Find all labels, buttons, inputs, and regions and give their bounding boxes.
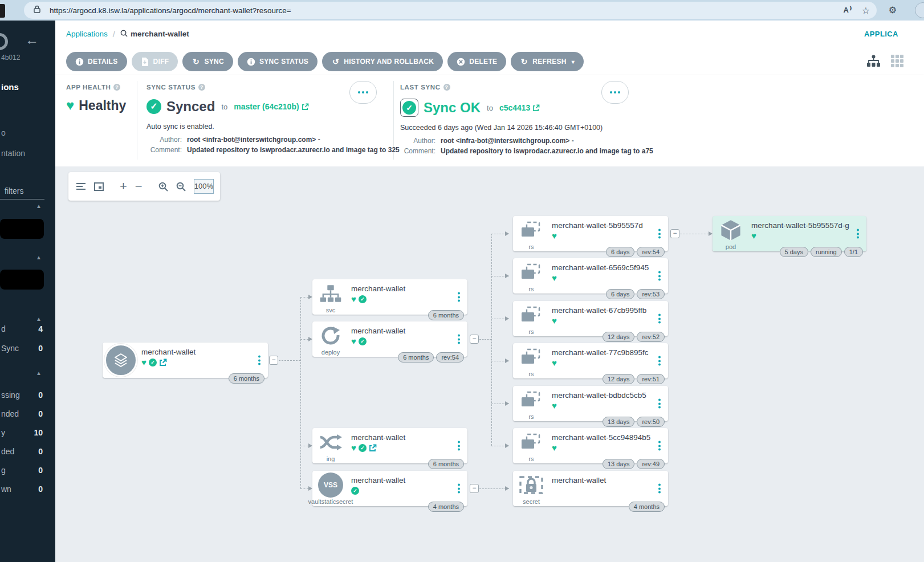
resource-name: merchant-wallet-67cb995ffb bbox=[552, 306, 651, 315]
help-icon[interactable]: ? bbox=[198, 84, 205, 91]
delete-button[interactable]: DELETE bbox=[447, 52, 506, 71]
resource-node-rs3[interactable]: rsmerchant-wallet-67cb995ffb♥12 daysrev:… bbox=[513, 301, 668, 336]
collapse-node-button[interactable]: − bbox=[670, 229, 679, 238]
filter-label: nded bbox=[1, 409, 19, 418]
sync-button[interactable]: ↻SYNC bbox=[182, 52, 233, 71]
zoom-in-plus-icon[interactable]: + bbox=[120, 179, 127, 194]
comment-value: Updated repository to iswprodacr.azurecr… bbox=[187, 146, 400, 154]
resource-node-rs4[interactable]: rsmerchant-wallet-77c9b895fc♥12 daysrev:… bbox=[513, 343, 668, 378]
details-button[interactable]: DETAILS bbox=[66, 52, 127, 71]
help-icon[interactable]: ? bbox=[443, 84, 450, 91]
author-value: root <infra-bot@interswitchgroup.com> - bbox=[441, 137, 653, 145]
sidebar-health-filter-row[interactable]: ssing0 bbox=[0, 390, 55, 402]
sidebar-item-documentation[interactable]: ntation bbox=[1, 149, 25, 158]
sync-ok-check-icon: ✓ bbox=[400, 99, 418, 117]
sidebar-health-filter-row[interactable]: g0 bbox=[0, 466, 55, 477]
sync-status-menu-button[interactable] bbox=[349, 81, 377, 104]
resource-name: merchant-wallet-5cc94894b5 bbox=[552, 433, 651, 442]
extensions-icon[interactable]: ⚙ bbox=[889, 5, 897, 15]
node-menu-button[interactable] bbox=[657, 355, 662, 367]
last-sync-menu-button[interactable] bbox=[601, 81, 629, 104]
rs-icon bbox=[516, 430, 546, 454]
diff-button[interactable]: DIFF bbox=[132, 52, 178, 71]
resource-node-pod[interactable]: podmerchant-wallet-5b95557d-g…♥5 daysrun… bbox=[713, 216, 866, 251]
collapse-filter-group-icon[interactable]: ▲ bbox=[36, 316, 42, 322]
sidebar-sync-filter-row[interactable]: d4 bbox=[0, 324, 55, 336]
magnifier-plus-icon[interactable] bbox=[158, 182, 168, 192]
node-menu-button[interactable] bbox=[457, 483, 461, 495]
resource-name: merchant-wallet bbox=[351, 433, 450, 442]
node-menu-button[interactable] bbox=[657, 440, 662, 452]
node-menu-button[interactable] bbox=[657, 398, 662, 410]
resource-node-rs1[interactable]: rsmerchant-wallet-5b95557d♥6 daysrev:54 bbox=[513, 216, 668, 251]
resource-node-ing[interactable]: ingmerchant-wallet♥✓6 months bbox=[312, 428, 467, 463]
node-menu-button[interactable] bbox=[457, 291, 461, 303]
collapse-node-button[interactable]: − bbox=[470, 335, 479, 344]
zoom-out-minus-icon[interactable]: − bbox=[135, 179, 143, 194]
resource-node-app[interactable]: merchant-wallet♥✓6 months bbox=[103, 343, 268, 378]
resource-node-secret[interactable]: secretmerchant-wallet4 months bbox=[513, 471, 668, 506]
filters-label: filters bbox=[5, 186, 23, 196]
resource-tree: + − 100% − − − − merchant-wallet♥✓6 mont… bbox=[55, 166, 924, 562]
sidebar-sync-filter-row[interactable]: Sync0 bbox=[0, 344, 55, 355]
last-sync-target-link[interactable]: c5c4413 bbox=[499, 103, 540, 112]
resource-node-rs2[interactable]: rsmerchant-wallet-6569c5f945♥6 daysrev:5… bbox=[513, 258, 668, 294]
browser-profile-icon[interactable] bbox=[915, 2, 924, 18]
sidebar-item-applications[interactable]: ions bbox=[1, 82, 19, 92]
node-menu-button[interactable] bbox=[457, 440, 461, 452]
node-menu-button[interactable] bbox=[657, 228, 662, 240]
collapse-filter-group-icon[interactable]: ▲ bbox=[36, 203, 42, 209]
history-and-rollback-button[interactable]: ↺HISTORY AND ROLLBACK bbox=[322, 52, 443, 71]
resource-kind-label: vaultstaticsecret bbox=[308, 498, 353, 505]
sync-target-link[interactable]: master (64c210b) bbox=[234, 102, 308, 111]
external-link-icon[interactable] bbox=[159, 359, 167, 366]
help-icon[interactable]: ? bbox=[113, 84, 120, 91]
external-link-icon[interactable] bbox=[369, 444, 377, 452]
resource-node-deploy[interactable]: deploymerchant-wallet♥✓6 monthsrev:54 bbox=[312, 321, 467, 357]
node-menu-button[interactable] bbox=[657, 483, 662, 495]
collapse-node-button[interactable]: − bbox=[269, 356, 278, 365]
healthy-heart-icon: ♥ bbox=[751, 232, 756, 240]
magnifier-minus-icon[interactable] bbox=[176, 182, 186, 192]
synced-check-icon: ✓ bbox=[359, 444, 367, 452]
zoom-level-value[interactable]: 100% bbox=[194, 179, 214, 194]
resource-name: merchant-wallet bbox=[351, 284, 450, 293]
node-badge: rev:51 bbox=[637, 374, 665, 384]
node-menu-button[interactable] bbox=[657, 313, 662, 325]
fit-to-screen-icon[interactable] bbox=[94, 182, 104, 191]
sidebar-health-filter-row[interactable]: nded0 bbox=[0, 409, 55, 421]
collapse-sidebar-arrow-icon[interactable]: ← bbox=[25, 32, 39, 48]
node-menu-button[interactable] bbox=[856, 228, 860, 240]
edge bbox=[479, 339, 491, 340]
sidebar-health-filter-row[interactable]: wn0 bbox=[0, 484, 55, 496]
resource-kind-label: rs bbox=[528, 286, 534, 292]
sidebar-health-filter-row[interactable]: y10 bbox=[0, 428, 55, 439]
url-text[interactable]: https://argocd.k8.isw.la/applications/ar… bbox=[50, 6, 291, 15]
resource-node-rs6[interactable]: rsmerchant-wallet-5cc94894b5♥13 daysrev:… bbox=[513, 428, 668, 463]
edge bbox=[300, 339, 308, 340]
collapse-filter-group-icon[interactable]: ▲ bbox=[36, 370, 42, 376]
sync-status-button[interactable]: SYNC STATUS bbox=[238, 52, 318, 71]
sidebar-item-user-info[interactable]: o bbox=[1, 128, 6, 137]
favorite-star-icon[interactable]: ☆ bbox=[862, 5, 870, 16]
grid-view-icon[interactable] bbox=[891, 55, 903, 70]
resource-name: merchant-wallet-5b95557d-g… bbox=[751, 221, 849, 230]
resource-node-vss[interactable]: VSSvaultstaticsecretmerchant-wallet✓4 mo… bbox=[312, 471, 467, 506]
resource-node-svc[interactable]: svcmerchant-wallet♥✓6 months bbox=[312, 279, 467, 315]
refresh-button[interactable]: ↻REFRESH▾ bbox=[511, 52, 584, 71]
node-menu-button[interactable] bbox=[657, 270, 662, 282]
url-bar[interactable]: https://argocd.k8.isw.la/applications/ar… bbox=[24, 2, 877, 19]
collapse-filter-group-icon[interactable]: ▲ bbox=[36, 254, 42, 260]
layout-list-icon[interactable] bbox=[76, 182, 86, 190]
sidebar-health-filter-row[interactable]: ded0 bbox=[0, 447, 55, 458]
read-aloud-icon[interactable]: A❫ bbox=[844, 6, 853, 14]
breadcrumb-applications-link[interactable]: Applications bbox=[66, 30, 108, 38]
info-icon bbox=[75, 58, 84, 66]
collapse-node-button[interactable]: − bbox=[470, 484, 479, 493]
rs-icon bbox=[516, 388, 546, 412]
node-menu-button[interactable] bbox=[457, 333, 461, 345]
tree-view-icon[interactable] bbox=[866, 55, 881, 70]
resource-node-rs5[interactable]: rsmerchant-wallet-bdbdc5cb5♥13 daysrev:5… bbox=[513, 386, 668, 421]
author-label: Author: bbox=[146, 136, 182, 144]
node-menu-button[interactable] bbox=[257, 355, 262, 366]
